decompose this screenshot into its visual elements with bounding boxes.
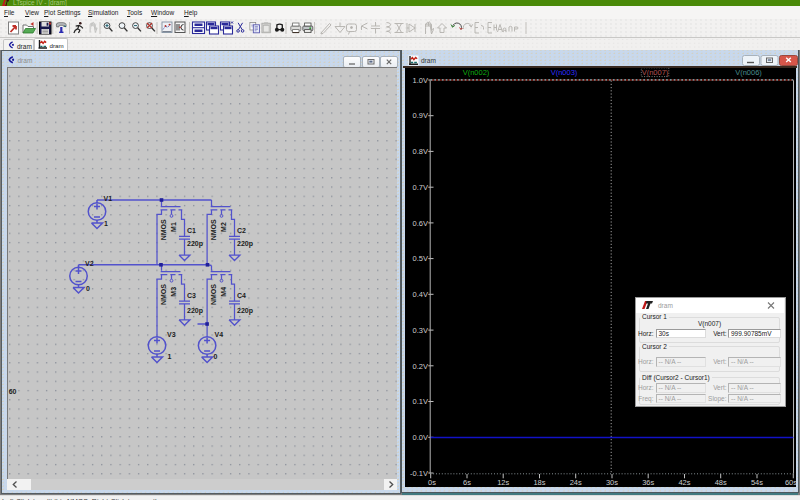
svg-text:M3: M3 [170, 287, 177, 297]
svg-text:12s: 12s [497, 478, 509, 487]
svg-text:M2: M2 [220, 222, 227, 232]
svg-text:C1: C1 [187, 227, 196, 234]
svg-text:dram: dram [17, 42, 32, 49]
svg-text:dram: dram [421, 57, 436, 64]
svg-text:0.9V: 0.9V [412, 111, 427, 120]
svg-text:V(n002): V(n002) [462, 68, 489, 77]
svg-text:V(n003): V(n003) [550, 68, 577, 77]
svg-text:dram: dram [18, 57, 33, 64]
svg-text:-0.1V: -0.1V [410, 469, 428, 478]
svg-text:220p: 220p [187, 307, 203, 315]
svg-text:dram: dram [49, 42, 63, 49]
svg-text:0: 0 [214, 353, 218, 360]
svg-text:0: 0 [86, 285, 90, 292]
svg-text:1: 1 [168, 353, 172, 360]
svg-text:C3: C3 [187, 292, 196, 299]
svg-text:1: 1 [104, 220, 108, 227]
svg-text:18s: 18s [533, 478, 545, 487]
svg-text:0s: 0s [428, 478, 436, 487]
svg-text:C4: C4 [237, 292, 246, 299]
svg-text:0.6V: 0.6V [412, 219, 427, 228]
svg-text:V(n007): V(n007) [641, 68, 668, 77]
svg-text:V1: V1 [104, 195, 113, 202]
svg-text:220p: 220p [237, 240, 253, 248]
svg-text:0.2V: 0.2V [412, 362, 427, 371]
svg-text:54s: 54s [750, 478, 762, 487]
svg-text:V(n006): V(n006) [735, 68, 762, 77]
svg-text:n 60: n 60 [8, 388, 17, 395]
svg-text:0.1V: 0.1V [412, 397, 427, 406]
svg-text:dram: dram [658, 302, 673, 309]
svg-text:24s: 24s [569, 478, 581, 487]
svg-text:30s: 30s [605, 478, 617, 487]
svg-text:C2: C2 [237, 227, 246, 234]
svg-text:0.5V: 0.5V [412, 254, 427, 263]
svg-text:M1: M1 [170, 222, 177, 232]
svg-text:V3: V3 [167, 331, 176, 338]
svg-text:0.3V: 0.3V [412, 326, 427, 335]
svg-text:M4: M4 [220, 287, 227, 297]
svg-text:NMOS: NMOS [210, 219, 217, 240]
svg-text:0.4V: 0.4V [412, 290, 427, 299]
svg-text:1.0V: 1.0V [412, 76, 427, 85]
svg-text:NMOS: NMOS [160, 284, 167, 305]
svg-text:NMOS: NMOS [210, 284, 217, 305]
svg-text:0.8V: 0.8V [412, 147, 427, 156]
svg-text:0.7V: 0.7V [412, 183, 427, 192]
svg-text:V2: V2 [85, 260, 94, 267]
svg-text:220p: 220p [237, 307, 253, 315]
svg-text:NMOS: NMOS [160, 219, 167, 240]
svg-text:48s: 48s [714, 478, 726, 487]
svg-text:220p: 220p [187, 240, 203, 248]
svg-text:V4: V4 [215, 331, 224, 338]
svg-text:36s: 36s [642, 478, 654, 487]
svg-text:42s: 42s [678, 478, 690, 487]
svg-text:60s: 60s [784, 478, 795, 487]
svg-text:0.0V: 0.0V [412, 433, 427, 442]
svg-text:6s: 6s [463, 478, 471, 487]
